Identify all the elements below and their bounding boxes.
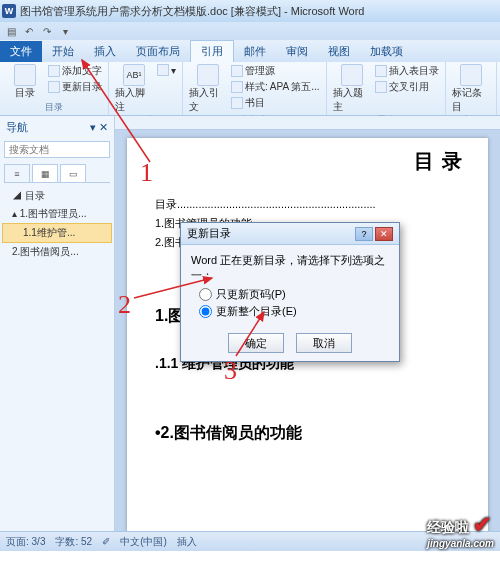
qat-redo-icon[interactable]: ↷ [40, 24, 54, 38]
radio-update-all[interactable]: 更新整个目录(E) [199, 304, 389, 319]
tree-item-1-1-label: 1.1维护管... [23, 227, 75, 238]
btn-insert-footnote[interactable]: AB¹ 插入脚注 [115, 64, 153, 114]
style-icon [231, 81, 243, 93]
figlist-icon [375, 65, 387, 77]
tree-item-2-label: 2.图书借阅员... [12, 246, 79, 257]
biblio-icon [231, 97, 243, 109]
qat-save-icon[interactable]: ▤ [4, 24, 18, 38]
tree-root-label: 目录 [25, 190, 45, 201]
btn-caption-label: 插入题主 [333, 86, 371, 114]
tree-item-1-label: 1.图书管理员... [20, 208, 87, 219]
footnote-arrow: ▾ [171, 65, 176, 76]
dialog-titlebar: 更新目录 ? ✕ [181, 223, 399, 245]
dialog-title: 更新目录 [187, 226, 231, 241]
footnote-next[interactable]: ▾ [157, 64, 176, 76]
status-lang[interactable]: 中文(中国) [120, 535, 167, 549]
tab-file[interactable]: 文件 [0, 41, 42, 62]
btn-style-label: 样式: [245, 80, 268, 94]
nav-tree: ◢ 目录 ▴ 1.图书管理员... 1.1维护管... 2.图书借阅员... [0, 183, 114, 265]
quick-access-toolbar: ▤ ↶ ↷ ▾ [0, 22, 500, 40]
dialog-close-icon[interactable]: ✕ [375, 227, 393, 241]
tab-insert[interactable]: 插入 [84, 41, 126, 62]
ribbon: 目录 添加文字 更新目录 目录 AB¹ 插入脚注 ▾ 脚注 插入引文 [0, 62, 500, 116]
radio-pages-input[interactable] [199, 288, 212, 301]
btn-bibliography[interactable]: 书目 [231, 96, 320, 110]
title-bar: W 图书馆管理系统用户需求分析文档模版.doc [兼容模式] - Microso… [0, 0, 500, 22]
window-title: 图书馆管理系统用户需求分析文档模版.doc [兼容模式] - Microsoft… [20, 4, 365, 19]
qat-undo-icon[interactable]: ↶ [22, 24, 36, 38]
caption-icon [341, 64, 363, 86]
citation-icon [197, 64, 219, 86]
cancel-button[interactable]: 取消 [296, 333, 352, 353]
btn-add-text[interactable]: 添加文字 [48, 64, 102, 78]
qat-dropdown-icon[interactable]: ▾ [58, 24, 72, 38]
toc-heading: 目录 [155, 148, 470, 175]
btn-insert-citation[interactable]: 插入引文 [189, 64, 227, 114]
ok-button[interactable]: 确定 [228, 333, 284, 353]
radio-update-pages[interactable]: 只更新页码(P) [199, 287, 389, 302]
nav-search [4, 141, 110, 158]
status-bar: 页面: 3/3 字数: 52 ✐ 中文(中国) 插入 [0, 531, 500, 551]
nav-header: 导航 ▾ ✕ [0, 116, 114, 139]
tree-item-1-1[interactable]: 1.1维护管... [2, 223, 112, 243]
navigation-pane: 导航 ▾ ✕ ≡ ▦ ▭ ◢ 目录 ▴ 1.图书管理员... 1.1维护管...… [0, 116, 115, 531]
tree-item-1[interactable]: ▴ 1.图书管理员... [2, 205, 112, 223]
heading-2: •2.图书借阅员的功能 [155, 423, 470, 444]
style-value: APA 第五... [270, 80, 320, 94]
tab-mailings[interactable]: 邮件 [234, 41, 276, 62]
tab-view[interactable]: 视图 [318, 41, 360, 62]
tab-home[interactable]: 开始 [42, 41, 84, 62]
status-mode: 插入 [177, 535, 197, 549]
toc-icon [14, 64, 36, 86]
btn-cross-ref[interactable]: 交叉引用 [375, 80, 439, 94]
footnote-icon: AB¹ [123, 64, 145, 86]
annotation-3: 3 [224, 356, 237, 386]
search-input[interactable] [4, 141, 110, 158]
ribbon-tabs: 文件 开始 插入 页面布局 引用 邮件 审阅 视图 加载项 [0, 40, 500, 62]
btn-biblio-label: 书目 [245, 96, 265, 110]
dialog-body: Word 正在更新目录，请选择下列选项之一： 只更新页码(P) 更新整个目录(E… [181, 245, 399, 327]
watermark: 经验啦✔ jingyanla.com [427, 512, 494, 549]
ribbon-group-toa: 标记引文 引文目录 [497, 62, 500, 115]
status-lang-icon[interactable]: ✐ [102, 536, 110, 547]
btn-manage-label: 管理源 [245, 64, 275, 78]
dialog-help-icon[interactable]: ? [355, 227, 373, 241]
manage-icon [231, 65, 243, 77]
watermark-url: jingyanla.com [427, 538, 494, 549]
nav-tab-pages[interactable]: ▦ [32, 164, 58, 182]
dialog-hint: Word 正在更新目录，请选择下列选项之一： [191, 253, 389, 283]
btn-style[interactable]: 样式:APA 第五... [231, 80, 320, 94]
btn-update-toc-label: 更新目录 [62, 80, 102, 94]
btn-mark-entry-label: 标记条目 [452, 86, 490, 114]
chevron-icon [157, 64, 169, 76]
tree-root[interactable]: ◢ 目录 [2, 187, 112, 205]
toc-line-1: 目录......................................… [155, 197, 470, 212]
update-toc-icon [48, 81, 60, 93]
btn-add-text-label: 添加文字 [62, 64, 102, 78]
checkmark-icon: ✔ [473, 512, 491, 537]
nav-tab-results[interactable]: ▭ [60, 164, 86, 182]
btn-toc[interactable]: 目录 [6, 64, 44, 100]
radio-all-input[interactable] [199, 305, 212, 318]
ribbon-group-citation: 插入引文 管理源 样式:APA 第五... 书目 引文与书目 [183, 62, 327, 115]
add-text-icon [48, 65, 60, 77]
ribbon-group-toc: 目录 添加文字 更新目录 目录 [0, 62, 109, 115]
watermark-brand: 经验啦 [427, 519, 469, 535]
tab-addins[interactable]: 加载项 [360, 41, 413, 62]
btn-mark-entry[interactable]: 标记条目 [452, 64, 490, 114]
btn-update-toc[interactable]: 更新目录 [48, 80, 102, 94]
nav-close-icon[interactable]: ▾ ✕ [90, 121, 108, 134]
btn-manage-sources[interactable]: 管理源 [231, 64, 320, 78]
nav-tab-headings[interactable]: ≡ [4, 164, 30, 182]
tree-item-2[interactable]: 2.图书借阅员... [2, 243, 112, 261]
crossref-icon [375, 81, 387, 93]
btn-figlist-label: 插入表目录 [389, 64, 439, 78]
ribbon-group-caption: 插入题主 插入表目录 交叉引用 题注 [327, 62, 446, 115]
tab-layout[interactable]: 页面布局 [126, 41, 190, 62]
annotation-2: 2 [118, 290, 131, 320]
btn-figure-list[interactable]: 插入表目录 [375, 64, 439, 78]
ruler[interactable] [115, 116, 500, 130]
tab-references[interactable]: 引用 [190, 40, 234, 62]
tab-review[interactable]: 审阅 [276, 41, 318, 62]
btn-insert-caption[interactable]: 插入题主 [333, 64, 371, 114]
